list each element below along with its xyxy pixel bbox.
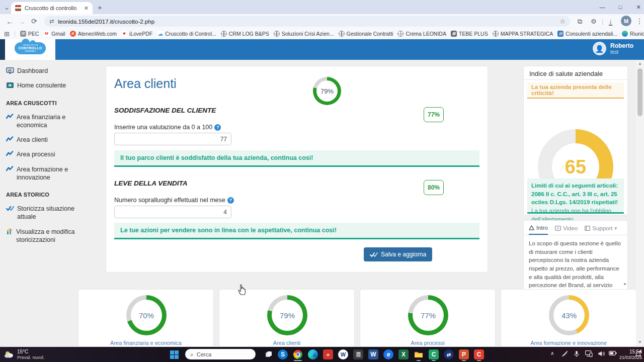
sopralluoghi-input[interactable] [114,206,231,218]
home-consulente-icon [6,82,14,89]
bookmark-gmail[interactable]: MGmail [43,31,65,37]
volume-icon[interactable] [598,350,605,358]
webex-icon[interactable]: W [338,349,348,359]
pen-disabled-icon[interactable] [561,350,568,358]
chrome-icon[interactable] [293,349,303,359]
bookmark-soluzioni[interactable]: Soluzioni Crisi Azien... [274,31,334,37]
window-close-button[interactable]: ✕ [630,1,644,14]
bookmark-cruscotto[interactable]: ☁Cruscotto di Control... [157,31,216,37]
summary-card-finanziaria[interactable]: 70% Area finanziaria e economica [78,289,214,347]
bookmark-mappa[interactable]: MAPPA STRATEGICA [493,31,553,37]
red-app-icon[interactable]: » [323,349,333,359]
logo-url-text: ····························· [21,55,40,57]
green-c-app-icon[interactable]: C [429,349,439,359]
sidebar-item-storicizza[interactable]: Storicizza situazione attuale [6,205,75,221]
card-label[interactable]: Area processi [360,340,495,346]
sidebar-item-visualizza[interactable]: Visualizza e modifica storicizzazioni [6,228,75,244]
word-icon[interactable]: W [368,349,378,359]
card-label[interactable]: Area finanziaria e economica [78,340,213,346]
site-settings-icon[interactable]: ⇄ [49,19,54,24]
sidebar-item-home-consulente[interactable]: Home consulente [6,81,75,89]
save-button[interactable]: Salva e aggiorna [364,247,432,261]
weather-widget[interactable]: 15°C Preval. nuvol. [4,349,45,360]
mic-icon [574,350,580,357]
bookmark-consulenti[interactable]: ▤Consulenti aziendali... [557,31,617,37]
downloads-button[interactable]: ↓ [609,18,612,26]
bookmark-crema[interactable]: Crema LEONIDA [397,31,446,37]
window-minimize-button[interactable]: — [594,1,611,14]
powerpoint-icon[interactable]: P [459,349,469,359]
bookmark-ilovepdf[interactable]: ♥iLovePDF [121,31,152,37]
tab-close-icon[interactable]: ✕ [84,6,89,11]
scroll-up-icon[interactable]: ▲ [638,61,642,66]
summary-card-clienti[interactable]: 79% Area clienti [219,289,355,347]
tray-chevron-up-icon[interactable]: ∧ [550,350,554,356]
profile-avatar[interactable]: M [621,16,631,26]
new-tab-button[interactable]: + [98,4,102,11]
calculator-icon[interactable] [353,349,363,359]
scroll-down-icon[interactable]: ▼ [638,340,642,344]
section-heading-leve: LEVE DELLA VENDITA [114,179,188,187]
cast-screen-icon[interactable] [585,350,593,358]
help-icon[interactable]: ? [214,124,221,131]
reload-button[interactable]: ⟳ [31,18,37,25]
sidebar-item-dashboard[interactable]: Dashboard [6,67,75,75]
globe-icon [339,31,345,37]
bookmark-gestionale[interactable]: Gestionale Contratti [339,31,393,37]
bookmark-star-icon[interactable]: ☆ [559,18,566,25]
start-button[interactable] [169,349,179,359]
window-maximize-button[interactable]: □ [612,1,629,14]
app-logo[interactable]: CRUSCOTTO DI CONTROLLO GENERALE ········… [5,39,55,60]
forward-button[interactable]: → [18,18,26,25]
tab-search-chevron-icon[interactable]: ⌄ [4,4,10,11]
health-panel-title: Indice di salute aziendale [529,70,603,77]
back-button[interactable]: ← [6,18,14,25]
chart-line-icon [6,151,14,156]
browser-menu-icon[interactable]: ⋮ [636,18,643,25]
globe-icon [221,31,227,37]
sidebar-item-area-clienti[interactable]: Area clienti [6,136,75,144]
summary-card-processi[interactable]: 77% Area processi [360,289,496,347]
url-text[interactable]: leonida.155del2017.it/cruscotto-2.php [58,19,555,25]
taskbar-search[interactable]: ⌕ Cerca [185,349,256,359]
red-c-app-icon[interactable]: C [474,349,484,359]
bookmark-pec[interactable]: ✉PEC [20,31,39,37]
scrollbar-thumb[interactable] [637,68,642,116]
sidebar-item-area-processi[interactable]: Area processi [6,150,75,158]
excel-icon[interactable]: X [398,349,409,359]
sidebar-item-area-formazione[interactable]: Area formazione e innovazione [6,165,75,182]
bookmark-ateneoweb[interactable]: AAteneoWeb.com [70,31,117,37]
microphone-icon[interactable] [574,350,580,358]
sync-browser-icon[interactable]: e [383,349,393,359]
tebe-icon: ▦ [451,31,457,37]
bookmark-tebe[interactable]: ▦TEBE PLUS [451,31,488,37]
user-menu[interactable]: 👤 Roberto test [593,42,633,55]
file-explorer-icon[interactable] [414,349,424,359]
notification-bell-icon[interactable] [635,350,641,358]
sidebar-item-area-finanziaria[interactable]: Area finanziaria e economica [6,113,75,130]
card-label[interactable]: Area clienti [219,340,354,346]
calculator-grid-icon [356,351,361,357]
book-icon [585,226,590,231]
panel-scroll-down-icon[interactable]: ▼ [623,282,627,287]
tab-support[interactable]: Support ▾ [585,225,617,234]
apps-grid-icon[interactable]: ⊞ [4,31,10,37]
browser-tab[interactable]: Cruscotto di controllo ✕ [11,2,93,14]
screenshot-icon[interactable]: ⧉ [578,18,582,25]
extensions-icon[interactable]: ⚙ [591,18,597,25]
bookmark-webex[interactable]: Riunioni Webex per... [622,31,644,37]
help-icon[interactable]: ? [227,197,234,204]
bookmark-crm[interactable]: CRM LOG B&PS [221,31,269,37]
monitor-phone-icon [585,350,593,357]
task-view-button[interactable] [264,349,274,359]
card-label[interactable]: Area formazione e innovazione [501,340,636,346]
teamviewer-icon[interactable]: ⇄ [444,349,454,359]
battery-icon[interactable] [609,350,617,357]
address-bar[interactable]: ⇄ leonida.155del2017.it/cruscotto-2.php … [44,16,571,27]
skype-icon[interactable]: S [278,349,288,359]
tab-intro[interactable]: Intro [529,225,548,235]
tab-video[interactable]: Video [555,225,578,234]
edge-icon[interactable] [308,349,318,359]
valutazione-input[interactable] [114,133,231,145]
summary-card-formazione[interactable]: 43% Area formazione e innovazione [501,289,636,347]
